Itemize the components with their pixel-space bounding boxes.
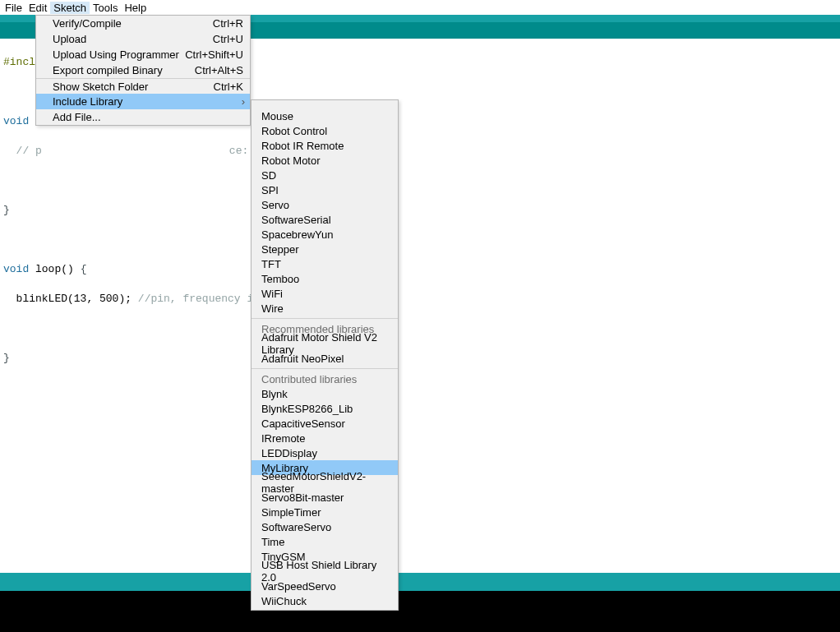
submenu-separator: [252, 318, 398, 319]
menu-include-library[interactable]: Include Library: [36, 94, 250, 109]
code-line: void loop() {: [3, 262, 837, 277]
lib-item-robot-motor[interactable]: Robot Motor: [252, 153, 398, 168]
menu-item-label: Upload Using Programmer: [53, 48, 179, 61]
menubar: File Edit Sketch Tools Help: [0, 0, 840, 15]
code-line: }: [3, 203, 837, 218]
lib-item-wire[interactable]: Wire: [252, 301, 398, 316]
menu-item-label: Include Library: [53, 95, 122, 108]
lib-item-adafruit-motor-shield-v2-library[interactable]: Adafruit Motor Shield V2 Library: [252, 336, 398, 351]
menu-add-file[interactable]: Add File...: [36, 109, 250, 125]
code-line: [3, 173, 837, 188]
menu-item-shortcut: Ctrl+K: [214, 81, 243, 93]
lib-item-capacitivesensor[interactable]: CapacitiveSensor: [252, 416, 398, 431]
lib-item-sd[interactable]: SD: [252, 168, 398, 182]
submenu-separator: [252, 368, 398, 369]
menu-file[interactable]: File: [2, 2, 25, 14]
console-area: [0, 591, 840, 632]
menu-sketch[interactable]: Sketch: [50, 2, 90, 14]
code-line: }: [3, 351, 837, 366]
lib-item-temboo[interactable]: Temboo: [252, 271, 398, 286]
menu-item-shortcut: Ctrl+U: [213, 33, 243, 45]
lib-item-usb-host-shield-library-2-0[interactable]: USB Host Shield Library 2.0: [252, 564, 398, 579]
menu-item-label: Add File...: [53, 111, 101, 123]
menu-item-label: Upload: [53, 33, 86, 45]
code-line: blinkLED(13, 500); //pin, frequency in: [3, 292, 837, 307]
lib-item-robot-control[interactable]: Robot Control: [252, 123, 398, 138]
lib-item-stepper[interactable]: Stepper: [252, 242, 398, 256]
status-bar-teal: [0, 573, 840, 591]
lib-item-wiichuck[interactable]: WiiChuck: [252, 593, 398, 608]
submenu-header-contributed: Contributed libraries: [252, 371, 398, 386]
lib-item-mouse[interactable]: Mouse: [252, 108, 398, 123]
menu-upload-using-programmer[interactable]: Upload Using Programmer Ctrl+Shift+U: [36, 47, 250, 62]
lib-item-simpletimer[interactable]: SimpleTimer: [252, 505, 398, 519]
menu-upload[interactable]: Upload Ctrl+U: [36, 31, 250, 47]
lib-item-servo[interactable]: Servo: [252, 197, 398, 212]
lib-item-robot-ir-remote[interactable]: Robot IR Remote: [252, 138, 398, 153]
menu-verify-compile[interactable]: Verify/Compile Ctrl+R: [36, 16, 250, 31]
menu-tools[interactable]: Tools: [90, 2, 121, 14]
lib-item-blynkesp8266-lib[interactable]: BlynkESP8266_Lib: [252, 401, 398, 416]
lib-item-spi[interactable]: SPI: [252, 182, 398, 197]
lib-item-leddisplay[interactable]: LEDDisplay: [252, 445, 398, 460]
menu-item-label: Verify/Compile: [53, 17, 122, 30]
code-line: // pce:: [3, 144, 837, 159]
submenu-spacer: [252, 100, 398, 108]
menu-item-shortcut: Ctrl+R: [213, 17, 243, 30]
code-line: [3, 233, 837, 247]
menu-edit[interactable]: Edit: [25, 2, 50, 14]
menu-item-label: Export compiled Binary: [53, 64, 163, 76]
lib-item-tft[interactable]: TFT: [252, 256, 398, 271]
code-line: [3, 321, 837, 336]
lib-item-softwareservo[interactable]: SoftwareServo: [252, 519, 398, 534]
menu-show-sketch-folder[interactable]: Show Sketch Folder Ctrl+K: [36, 78, 250, 94]
lib-item-blynk[interactable]: Blynk: [252, 386, 398, 401]
menu-help[interactable]: Help: [121, 2, 150, 14]
menu-export-binary[interactable]: Export compiled Binary Ctrl+Alt+S: [36, 62, 250, 78]
sketch-dropdown: Verify/Compile Ctrl+R Upload Ctrl+U Uplo…: [35, 15, 251, 126]
lib-item-softwareserial[interactable]: SoftwareSerial: [252, 212, 398, 227]
menu-item-shortcut: Ctrl+Shift+U: [185, 48, 243, 61]
include-library-submenu: MouseRobot ControlRobot IR RemoteRobot M…: [251, 99, 399, 611]
lib-item-seeedmotorshieldv2-master[interactable]: SeeedMotorShieldV2-master: [252, 475, 398, 490]
lib-item-wifi[interactable]: WiFi: [252, 286, 398, 301]
lib-item-spacebrewyun[interactable]: SpacebrewYun: [252, 227, 398, 242]
menu-item-label: Show Sketch Folder: [53, 81, 148, 93]
menu-item-shortcut: Ctrl+Alt+S: [195, 64, 243, 76]
lib-item-irremote[interactable]: IRremote: [252, 431, 398, 445]
lib-item-time[interactable]: Time: [252, 534, 398, 549]
